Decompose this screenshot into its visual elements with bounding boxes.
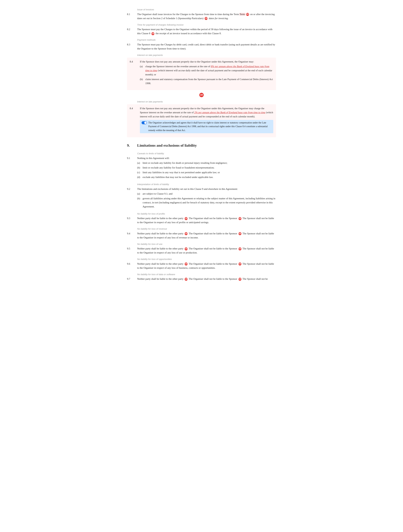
clause-9-3-num: 9.3 bbox=[127, 216, 137, 224]
clause-9-6-num: 9.6 bbox=[127, 262, 137, 270]
clause-9-1-item-b: (b) limit or exclude any liability for f… bbox=[137, 166, 276, 170]
clause-9-4-row: 9.4 Neither party shall be liable to the… bbox=[127, 231, 276, 240]
clause-9-5-num: 9.5 bbox=[127, 247, 137, 255]
clause-9-1-a: limit or exclude any liability for death… bbox=[143, 161, 227, 165]
clause-9-5-row: 9.5 Neither party shall be liable to the… bbox=[127, 247, 276, 255]
or-badge-9-4a: OR bbox=[185, 232, 188, 235]
clause-9-1-body: Nothing in this Agreement will: (a) limi… bbox=[137, 156, 276, 180]
clause-9-7-text: Neither party shall be liable to the oth… bbox=[137, 278, 183, 280]
interest-late-label-2: Interest on late payments bbox=[137, 100, 276, 104]
clause-9-6-text: Neither party shall be liable to the oth… bbox=[137, 262, 183, 265]
or-badge-9-5b: OR bbox=[239, 247, 241, 250]
no-profits-label: No liability for loss of profits bbox=[137, 212, 276, 216]
time-payment-label: Time for payment of charges following in… bbox=[137, 23, 276, 27]
clause-8-4a-a-rest: (which interest will accrue daily until … bbox=[145, 69, 272, 76]
clause-9-3-row: 9.3 Neither party shall be liable to the… bbox=[127, 216, 276, 224]
clause-8-4a-intro: If the Sponsor does not pay any amount p… bbox=[140, 60, 273, 64]
clause-9-5-body: Neither party shall be liable to the oth… bbox=[137, 247, 276, 255]
clause-8-4b-body: If the Sponsor does not pay any amount p… bbox=[140, 106, 273, 133]
clause-9-4-text: Neither party shall be liable to the oth… bbox=[137, 232, 183, 235]
section-9-header: 9. Limitations and exclusions of liabili… bbox=[127, 142, 276, 148]
clause-9-7-row: 9.7 Neither party shall be liable to the… bbox=[127, 277, 276, 281]
or-badge-9-6b: OR bbox=[239, 262, 241, 266]
clause-8-4a-num: 8.4 bbox=[130, 60, 140, 86]
clause-9-3-body: Neither party shall be liable to the oth… bbox=[137, 216, 276, 224]
or-badge-9-6a: OR bbox=[185, 262, 188, 266]
or-badge-9-5a: OR bbox=[185, 247, 188, 250]
clause-8-4b-red: 2% per annum above the Bank of England b… bbox=[194, 111, 265, 114]
clause-8-3-num: 8.3 bbox=[127, 43, 137, 51]
interest-late-label-1: Interest on late payments bbox=[137, 53, 276, 57]
clause-9-2-num: 9.2 bbox=[127, 187, 137, 209]
clause-9-1-c: limit any liabilities in any way that is… bbox=[143, 170, 220, 174]
clause-9-4-num: 9.4 bbox=[127, 231, 137, 240]
clause-8-4a-a-text: charge the Sponsor interest on the overd… bbox=[145, 64, 273, 76]
or-badge-9-4b: OR bbox=[239, 232, 241, 235]
clause-8-1-italic: dates for invoicing. bbox=[209, 17, 228, 20]
clause-8-4a-row: 8.4 If the Sponsor does not pay any amou… bbox=[130, 60, 273, 86]
clause-8-4a-list: (a) charge the Sponsor interest on the o… bbox=[140, 64, 273, 85]
clause-9-2-item-a: (a) are subject to Clause 9.1; and bbox=[137, 192, 276, 196]
clause-9-7-mid: The Organiser shall not be liable to the… bbox=[189, 278, 237, 280]
clause-9-4-mid: The Organiser shall not be liable to the… bbox=[189, 232, 237, 235]
clause-9-1-item-a: (a) limit or exclude any liability for d… bbox=[137, 161, 276, 165]
clause-8-4b-num: 8.4 bbox=[130, 106, 140, 133]
clause-8-1-text: The Organiser shall issue invoices for t… bbox=[137, 13, 239, 16]
section-9-title: Limitations and exclusions of liability bbox=[137, 142, 197, 148]
clause-8-1-body: The Organiser shall issue invoices for t… bbox=[137, 12, 276, 20]
section-9-num: 9. bbox=[127, 142, 134, 148]
clause-8-1-row: 8.1 The Organiser shall issue invoices f… bbox=[127, 12, 276, 20]
clause-9-2-item-b: (b) govern all liabilities arising under… bbox=[137, 196, 276, 209]
clause-9-1-b: limit or exclude any liability for fraud… bbox=[143, 166, 214, 170]
clause-9-6-row: 9.6 Neither party shall be liable to the… bbox=[127, 262, 276, 270]
clause-8-4a-body: If the Sponsor does not pay any amount p… bbox=[140, 60, 273, 86]
clause-9-5-mid: The Organiser shall not be liable to the… bbox=[189, 247, 237, 250]
clause-8-4b-toggle-text: The Organiser acknowledges and agrees th… bbox=[148, 121, 272, 132]
clause-9-7-end: The Sponsor shall not be bbox=[242, 278, 268, 280]
clause-9-2-list: (a) are subject to Clause 9.1; and (b) g… bbox=[137, 192, 276, 209]
caveats-label: Caveats to limits of liability bbox=[137, 152, 276, 155]
payment-methods-label: Payment methods bbox=[137, 38, 276, 42]
clause-9-1-list: (a) limit or exclude any liability for d… bbox=[137, 161, 276, 179]
clause-9-1-intro: Nothing in this Agreement will: bbox=[137, 156, 276, 160]
clause-8-4a-item-b: (b) claim interest and statutory compens… bbox=[140, 77, 273, 85]
or-badge-8-1a: OR bbox=[246, 13, 249, 16]
clause-8-4b-row: 8.4 If the Sponsor does not pay any amou… bbox=[130, 106, 273, 133]
clause-9-2-intro: The limitations and exclusions of liabil… bbox=[137, 187, 276, 191]
or-badge-8-2: OR bbox=[151, 32, 154, 35]
no-revenue-label: No liability for loss of revenue bbox=[137, 227, 276, 231]
clause-9-3-text: Neither party shall be liable to the oth… bbox=[137, 217, 183, 220]
toggle-knob bbox=[144, 121, 147, 124]
clause-8-4a-b-text: claim interest and statutory compensatio… bbox=[145, 77, 273, 85]
clause-8-2-body: The Sponsor must pay the Charges to the … bbox=[137, 27, 276, 35]
no-use-label: No liability for loss of use bbox=[137, 242, 276, 246]
clause-8-2-rest: the receipt of an invoice issued in acco… bbox=[156, 32, 221, 35]
or-divider-badge: OR bbox=[199, 93, 204, 97]
clause-9-1-item-d: (d) exclude any liabilities that may not… bbox=[137, 175, 276, 179]
clause-8-4a-item-a: (a) charge the Sponsor interest on the o… bbox=[140, 64, 273, 76]
clause-9-5-text: Neither party shall be liable to the oth… bbox=[137, 247, 183, 250]
clause-9-1-item-c: (c) limit any liabilities in any way tha… bbox=[137, 170, 276, 174]
interp-label: Interpretation of limits of liability bbox=[137, 183, 276, 186]
clause-8-3-row: 8.3 The Sponsor must pay the Charges by … bbox=[127, 43, 276, 51]
clause-8-2-num: 8.2 bbox=[127, 27, 137, 35]
clause-8-1-num: 8.1 bbox=[127, 12, 137, 20]
clause-9-1-d: exclude any liabilities that may not be … bbox=[143, 175, 213, 179]
clause-9-7-num: 9.7 bbox=[127, 277, 137, 281]
or-badge-8-1b: OR bbox=[205, 17, 208, 20]
clause-9-2-b: govern all liabilities arising under thi… bbox=[143, 196, 276, 209]
or-badge-9-3b: OR bbox=[239, 217, 241, 220]
clause-8-1-term-highlight: Term bbox=[239, 13, 245, 16]
clause-8-2-row: 8.2 The Sponsor must pay the Charges to … bbox=[127, 27, 276, 35]
no-opportunities-label: No liability for loss of opportunities bbox=[137, 257, 276, 261]
clause-9-1-row: 9.1 Nothing in this Agreement will: (a) … bbox=[127, 156, 276, 180]
clause-9-3-mid: The Organiser shall not be liable to the… bbox=[189, 217, 237, 220]
toggle-switch[interactable] bbox=[142, 121, 147, 124]
clause-9-6-mid: The Organiser shall not be liable to the… bbox=[189, 262, 237, 265]
clause-8-3-body: The Sponsor must pay the Charges by debi… bbox=[137, 43, 276, 51]
clause-9-2-body: The limitations and exclusions of liabil… bbox=[137, 187, 276, 209]
clause-9-2-a: are subject to Clause 9.1; and bbox=[143, 192, 173, 196]
clause-8-4a-block: 8.4 If the Sponsor does not pay any amou… bbox=[127, 57, 276, 90]
clause-9-7-body: Neither party shall be liable to the oth… bbox=[137, 277, 276, 281]
or-badge-9-3a: OR bbox=[185, 217, 188, 220]
